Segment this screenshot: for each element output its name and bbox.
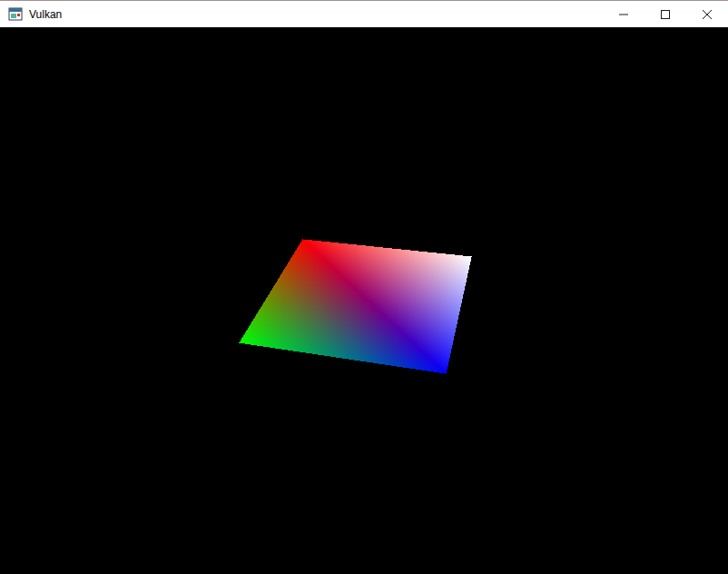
titlebar[interactable]: Vulkan [0, 0, 728, 27]
window-controls [603, 1, 728, 27]
close-button[interactable] [686, 1, 728, 27]
minimize-icon [619, 10, 628, 19]
viewport [0, 27, 728, 574]
minimize-button[interactable] [603, 1, 644, 27]
app-icon[interactable] [8, 7, 23, 22]
app-icon-glyph [8, 7, 23, 22]
maximize-icon [661, 10, 670, 19]
maximize-button[interactable] [644, 1, 686, 27]
vulkan-window: Vulkan [0, 0, 728, 574]
close-icon [703, 10, 712, 19]
window-title: Vulkan [29, 8, 62, 21]
render-canvas [0, 27, 728, 574]
